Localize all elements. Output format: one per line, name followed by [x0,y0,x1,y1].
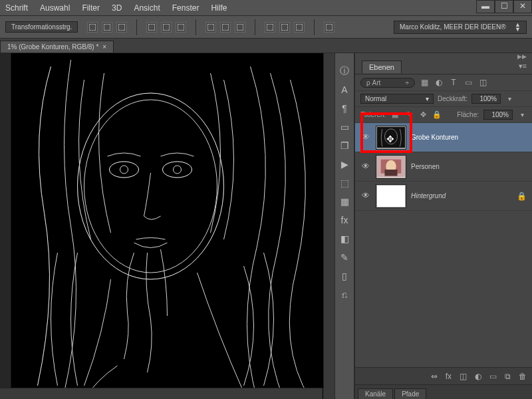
layer-row[interactable]: 👁 Personen [355,152,532,182]
align-icon[interactable] [161,22,172,33]
align-group-1 [87,22,127,33]
distribute-icon[interactable] [279,22,290,33]
distribute-group-1 [205,22,245,33]
channels-tab[interactable]: Kanäle [358,388,393,399]
align-icon[interactable] [102,22,112,33]
styles-panel-icon[interactable]: fx [338,214,350,226]
filter-type-icon[interactable]: T [448,77,459,88]
vertical-scrollbar[interactable] [323,53,334,388]
layer-name[interactable]: Personen [411,163,440,170]
fill-input[interactable]: 100% [483,110,513,120]
menu-item[interactable]: Filter [82,3,100,13]
play-icon[interactable]: ▶ [338,158,350,170]
collapse-icon[interactable]: ▶▶ [517,53,527,60]
canvas-artwork [0,53,334,399]
bottom-panel-tabs: Kanäle Pfade [355,384,532,399]
blend-opacity-row: Normal▾ Deckkraft: 100% ▾ [355,91,532,107]
separator [136,19,137,35]
align-icon[interactable] [87,22,98,33]
blend-mode-select[interactable]: Normal▾ [360,94,434,104]
character-panel-icon[interactable]: A [338,84,350,96]
layer-fx-icon[interactable]: fx [446,372,452,381]
menu-item[interactable]: Schrift [5,3,28,13]
align-icon[interactable] [146,22,157,33]
right-panel-dock: ▶▶ Ebenen ▾≡ ρ Art÷ ▦ ◐ T ▭ ◫ Normal▾ De… [354,53,532,399]
layer-filter-select[interactable]: ρ Art÷ [360,78,415,88]
lock-all-icon[interactable]: 🔒 [432,110,442,120]
panel-icon[interactable]: ❐ [338,140,350,152]
filter-smart-icon[interactable]: ◫ [477,77,488,88]
info-icon[interactable]: ⓘ [338,65,350,77]
menu-item[interactable]: Ansicht [134,3,160,13]
layers-panel-tab: Ebenen ▾≡ [355,60,532,74]
panel-menu-icon[interactable]: ▾≡ [519,62,527,70]
svg-rect-0 [11,53,324,399]
workspace-label: Marco Kolditz, MEER DER IDEEN® [400,23,506,31]
close-tab-icon[interactable]: × [102,43,106,51]
menu-item[interactable]: Auswahl [40,3,70,13]
align-icon[interactable] [116,22,127,33]
visibility-toggle-icon[interactable]: 👁 [360,162,371,172]
document-title: 1% (Grobe Konturen, RGB/8) * [7,43,98,51]
window-maximize-button[interactable]: ☐ [495,0,513,13]
transform-controls-toggle[interactable]: Transformationsstrg. [5,21,78,33]
window-close-button[interactable]: ✕ [513,0,532,13]
separator [314,19,315,35]
arrange-icon[interactable] [324,22,334,33]
separator [196,19,196,35]
swatches-panel-icon[interactable]: ⬚ [338,177,350,189]
filter-adjust-icon[interactable]: ◐ [434,77,444,88]
document-tabs: 1% (Grobe Konturen, RGB/8) * × [0,39,532,53]
delete-layer-icon[interactable]: 🗑 [519,372,527,381]
adjustments-panel-icon[interactable]: ◧ [338,233,350,245]
brush-panel-icon[interactable]: ✎ [338,251,350,263]
workspace-selector[interactable]: Marco Kolditz, MEER DER IDEEN® ▲▼ [394,21,527,34]
opacity-stepper[interactable]: ▾ [505,95,514,102]
adjustment-layer-icon[interactable]: ◐ [475,372,481,381]
distribute-icon[interactable] [205,22,216,33]
window-minimize-button[interactable]: ▬ [476,0,495,13]
paths-tab[interactable]: Pfade [394,388,426,399]
distribute-icon[interactable] [265,22,275,33]
opacity-label: Deckkraft: [438,95,467,102]
fill-stepper[interactable]: ▾ [517,111,527,118]
lock-position-icon[interactable]: ✥ [418,110,428,120]
opacity-input[interactable]: 100% [471,94,501,104]
fill-label: Fläche: [457,111,479,118]
document-tab[interactable]: 1% (Grobe Konturen, RGB/8) * × [0,41,114,53]
layer-thumbnail[interactable] [376,185,406,207]
layer-name[interactable]: Grobe Konturen [411,134,458,141]
layer-thumbnail[interactable] [376,156,406,178]
menu-item[interactable]: Fenster [172,3,200,13]
tutorial-highlight-box [360,112,412,153]
paragraph-panel-icon[interactable]: ¶ [338,102,350,114]
visibility-toggle-icon[interactable]: 👁 [360,191,371,201]
panel-icon[interactable]: ▯ [338,270,350,282]
group-icon[interactable]: ▭ [489,372,497,381]
layers-tab-button[interactable]: Ebenen [362,61,402,73]
menu-item[interactable]: 3D [112,3,122,13]
distribute-icon[interactable] [235,22,245,33]
svg-rect-15 [384,170,397,176]
grid-panel-icon[interactable]: ▦ [338,196,350,207]
new-layer-icon[interactable]: ⧉ [505,372,511,381]
stepper-icon: ▲▼ [515,23,521,32]
filter-pixel-icon[interactable]: ▦ [419,77,430,88]
menu-item[interactable]: Hilfe [211,3,227,13]
panel-icon[interactable]: ⎌ [338,289,350,301]
link-layers-icon[interactable]: ⇔ [431,372,438,381]
horizontal-scrollbar[interactable] [0,388,323,399]
distribute-icon[interactable] [220,22,231,33]
canvas-viewport[interactable]: ◀◀ [0,53,334,399]
align-icon[interactable] [176,22,186,33]
panel-icon[interactable]: ▭ [338,121,350,133]
filter-shape-icon[interactable]: ▭ [463,77,473,88]
lock-icon: 🔒 [517,192,527,201]
layer-mask-icon[interactable]: ◫ [460,372,467,381]
layer-name[interactable]: Hintergrund [411,192,446,200]
distribute-icon[interactable] [294,22,305,33]
scroll-corner [323,388,334,399]
layer-filter-row: ρ Art÷ ▦ ◐ T ▭ ◫ [355,74,532,91]
distribute-group-2 [265,22,305,33]
layer-row[interactable]: 👁 Hintergrund 🔒 [355,182,532,211]
